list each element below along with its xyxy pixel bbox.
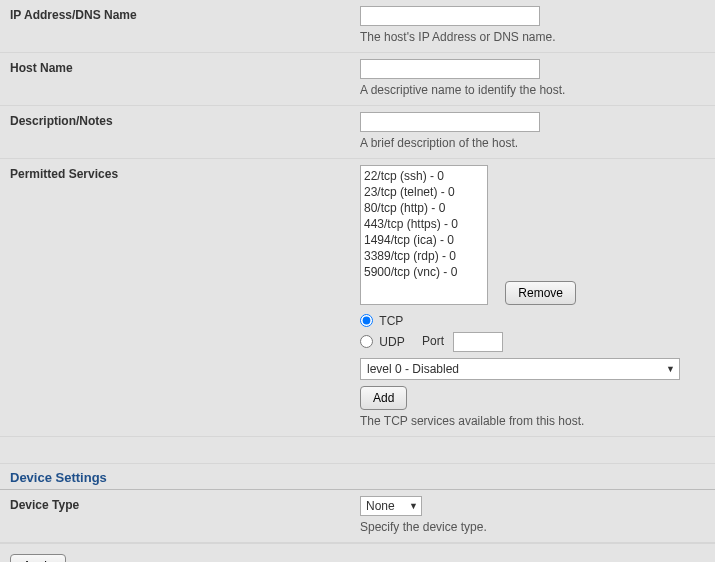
description-label: Description/Notes — [10, 112, 360, 150]
description-helper: A brief description of the host. — [360, 136, 705, 150]
device-type-label: Device Type — [10, 496, 360, 534]
services-helper: The TCP services available from this hos… — [360, 414, 705, 428]
tcp-radio-label: TCP — [379, 314, 403, 328]
remove-button[interactable]: Remove — [505, 281, 576, 305]
list-item[interactable]: 80/tcp (http) - 0 — [363, 200, 485, 216]
spacer — [0, 436, 715, 464]
device-type-value: None — [366, 499, 395, 513]
device-type-helper: Specify the device type. — [360, 520, 705, 534]
list-item[interactable]: 23/tcp (telnet) - 0 — [363, 184, 485, 200]
list-item[interactable]: 22/tcp (ssh) - 0 — [363, 168, 485, 184]
description-input[interactable] — [360, 112, 540, 132]
hostname-helper: A descriptive name to identify the host. — [360, 83, 705, 97]
level-select-value: level 0 - Disabled — [367, 362, 459, 376]
port-label: Port — [422, 334, 444, 348]
ip-label: IP Address/DNS Name — [10, 6, 360, 44]
hostname-input[interactable] — [360, 59, 540, 79]
list-item[interactable]: 3389/tcp (rdp) - 0 — [363, 248, 485, 264]
port-input[interactable] — [453, 332, 503, 352]
chevron-down-icon: ▼ — [666, 364, 675, 374]
level-select[interactable]: level 0 - Disabled ▼ — [360, 358, 680, 380]
udp-radio[interactable] — [360, 335, 373, 348]
device-type-select[interactable]: None ▼ — [360, 496, 422, 516]
chevron-down-icon: ▼ — [409, 501, 418, 511]
apply-button[interactable]: Apply — [10, 554, 66, 562]
ip-helper: The host's IP Address or DNS name. — [360, 30, 705, 44]
ip-input[interactable] — [360, 6, 540, 26]
list-item[interactable]: 1494/tcp (ica) - 0 — [363, 232, 485, 248]
services-listbox[interactable]: 22/tcp (ssh) - 0 23/tcp (telnet) - 0 80/… — [360, 165, 488, 305]
services-label: Permitted Services — [10, 165, 360, 428]
udp-radio-label: UDP — [379, 335, 404, 349]
tcp-radio[interactable] — [360, 314, 373, 327]
list-item[interactable]: 5900/tcp (vnc) - 0 — [363, 264, 485, 280]
hostname-label: Host Name — [10, 59, 360, 97]
device-settings-header: Device Settings — [0, 464, 715, 490]
list-item[interactable]: 443/tcp (https) - 0 — [363, 216, 485, 232]
add-button[interactable]: Add — [360, 386, 407, 410]
